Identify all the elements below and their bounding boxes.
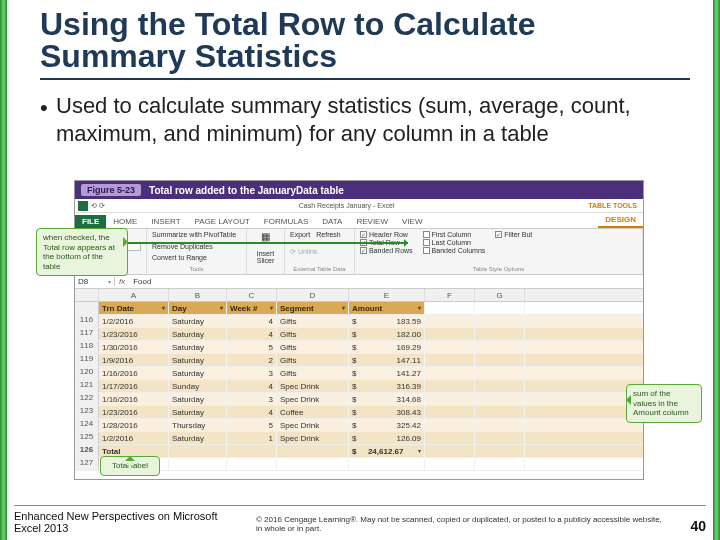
figure: Figure 5-23 Total row added to the Janua… xyxy=(74,180,644,480)
contextual-tab-label: TABLE TOOLS xyxy=(588,202,637,209)
page-number: 40 xyxy=(676,518,706,534)
table-row: 1221/16/2016Saturday3Spec Drink$314.68 xyxy=(75,393,643,406)
chk-last-col[interactable]: Last Column xyxy=(423,239,486,246)
footer-left: Enhanced New Perspectives on Microsoft E… xyxy=(14,510,244,534)
chk-filter-button[interactable]: ✓Filter But xyxy=(495,231,532,238)
title-underline xyxy=(40,78,690,80)
figure-label: Figure 5-23 xyxy=(81,184,141,196)
tab-formulas[interactable]: FORMULAS xyxy=(257,215,315,228)
callout-total-label: Total label xyxy=(100,456,160,476)
table-row: 1251/2/2016Saturday1Spec Drink$126.09 xyxy=(75,432,643,445)
ribbon-group-slicer: ▦ Insert Slicer xyxy=(247,229,285,274)
footer: Enhanced New Perspectives on Microsoft E… xyxy=(14,510,706,534)
callout-checked-totalrow: when checked, the Total row appears at t… xyxy=(36,228,128,276)
summarize-pivot[interactable]: Summarize with PivotTable xyxy=(152,231,241,238)
arrow-to-totalrow-checkbox xyxy=(128,242,408,244)
fx-icon[interactable]: fx xyxy=(115,277,129,286)
formula-bar: D8 fx Food xyxy=(75,275,643,289)
insert-slicer[interactable]: Insert Slicer xyxy=(252,250,279,264)
tab-file[interactable]: FILE xyxy=(75,215,106,228)
col-trndate[interactable]: Trn Date xyxy=(99,302,169,314)
table-row: 1231/23/2016Saturday4Coffee$308.43 xyxy=(75,406,643,419)
col-amount[interactable]: Amount xyxy=(349,302,425,314)
table-row: 1181/30/2016Saturday5Gifts$169.29 xyxy=(75,341,643,354)
table-row: 1241/28/2016Thursday5Spec Drink$325.42 xyxy=(75,419,643,432)
qat: ⟲ ⟳ xyxy=(91,202,105,210)
figure-header: Figure 5-23 Total row added to the Janua… xyxy=(75,181,643,199)
chk-first-col[interactable]: First Column xyxy=(423,231,486,238)
figure-caption: Total row added to the JanuaryData table xyxy=(149,185,344,196)
table-row: 1161/2/2016Saturday4Gifts$183.59 xyxy=(75,315,643,328)
tab-data[interactable]: DATA xyxy=(315,215,349,228)
tab-pagelayout[interactable]: PAGE LAYOUT xyxy=(188,215,257,228)
table-row: 1211/17/2016Sunday4Spec Drink$316.39 xyxy=(75,380,643,393)
formula-content[interactable]: Food xyxy=(129,277,155,286)
table-row: 1201/16/2016Saturday3Gifts$141.27 xyxy=(75,367,643,380)
column-headers: A B C D E F G xyxy=(75,289,643,302)
ribbon-group-tools: Summarize with PivotTable Remove Duplica… xyxy=(147,229,247,274)
chk-banded-cols[interactable]: Banded Columns xyxy=(423,247,486,254)
excel-titlebar: ⟲ ⟳ Cash Receipts January - Excel TABLE … xyxy=(75,199,643,213)
worksheet-grid: A B C D E F G Trn Date Day Week # Segmen… xyxy=(75,289,643,471)
tab-home[interactable]: HOME xyxy=(106,215,144,228)
total-amount[interactable]: $24,612.67 xyxy=(349,445,425,457)
total-row: 126 Total $24,612.67 xyxy=(75,445,643,458)
tab-design[interactable]: DESIGN xyxy=(598,213,643,228)
slide-title: Using the Total Row to Calculate Summary… xyxy=(40,8,690,72)
empty-row: 127 xyxy=(75,458,643,471)
footer-rule xyxy=(14,505,706,506)
slide: Using the Total Row to Calculate Summary… xyxy=(0,0,720,540)
tab-insert[interactable]: INSERT xyxy=(144,215,187,228)
workbook-title: Cash Receipts January - Excel xyxy=(105,202,588,209)
refresh-btn[interactable]: Refresh xyxy=(316,231,341,238)
callout-amount-sum: sum of the values in the Amount column xyxy=(626,384,702,423)
ribbon-tabs: FILE HOME INSERT PAGE LAYOUT FORMULAS DA… xyxy=(75,213,643,229)
chk-banded-rows[interactable]: ✓Banded Rows xyxy=(360,247,413,254)
col-week[interactable]: Week # xyxy=(227,302,277,314)
bullet-text: Used to calculate summary statistics (su… xyxy=(56,92,680,147)
footer-copyright: © 2016 Cengage Learning®. May not be sca… xyxy=(244,515,676,534)
table-row: 1191/9/2016Saturday2Gifts$147.11 xyxy=(75,354,643,367)
col-day[interactable]: Day xyxy=(169,302,227,314)
name-box[interactable]: D8 xyxy=(75,277,115,286)
tab-review[interactable]: REVIEW xyxy=(349,215,395,228)
chk-header-row[interactable]: ✓Header Row xyxy=(360,231,413,238)
table-row: 1171/23/2016Saturday4Gifts$182.00 xyxy=(75,328,643,341)
table-header-row: Trn Date Day Week # Segment Amount xyxy=(75,302,643,315)
convert-range[interactable]: Convert to Range xyxy=(152,254,241,261)
decor-edge-left xyxy=(0,0,7,540)
tab-view[interactable]: VIEW xyxy=(395,215,429,228)
col-segment[interactable]: Segment xyxy=(277,302,349,314)
excel-icon xyxy=(78,201,88,211)
export-btn[interactable]: Export xyxy=(290,231,310,238)
ribbon: Table Name: JanuaryData Resize Table Pro… xyxy=(75,229,643,275)
ribbon-group-external: Export Refresh ⟳ Unlink External Table D… xyxy=(285,229,355,274)
ribbon-group-styleoptions: ✓Header Row ✓Total Row ✓Banded Rows Firs… xyxy=(355,229,643,274)
decor-edge-right xyxy=(713,0,720,540)
